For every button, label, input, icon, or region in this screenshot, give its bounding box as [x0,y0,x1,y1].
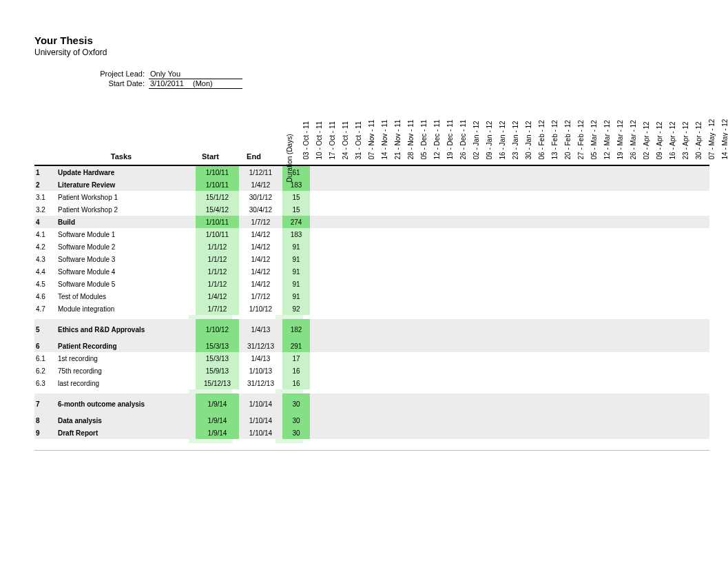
task-duration: 15 [282,203,310,216]
task-timeline [310,365,709,377]
task-duration: 30 [282,414,310,427]
task-end: 1/4/12 [239,178,282,191]
task-start: 1/1/12 [196,265,239,278]
task-end: 1/4/12 [239,265,282,278]
task-name: Software Module 3 [55,256,196,263]
task-timeline [310,166,709,178]
task-id: 9 [34,429,55,437]
task-timeline [310,216,709,228]
column-headers: Tasks Start End Duration (Days) 03 - Oct… [34,94,709,166]
task-end: 1/12/11 [239,166,282,178]
task-start: 15/3/13 [196,352,239,365]
task-id: 5 [34,326,55,334]
task-duration: 92 [282,303,310,315]
task-duration: 91 [282,265,310,278]
task-end: 30/1/12 [239,191,282,203]
task-duration: 30 [282,427,310,439]
task-duration: 91 [282,253,310,265]
task-rows: 1Update Hardware1/10/111/12/11612Literat… [34,166,709,443]
task-id: 4.4 [34,268,55,276]
task-duration: 91 [282,278,310,290]
task-name: last recording [55,380,196,387]
task-id: 3.1 [34,194,55,201]
task-row: 6.275th recording15/9/131/10/1316 [34,365,709,377]
task-timeline [310,191,709,203]
task-end: 1/10/12 [239,303,282,315]
task-end: 31/12/13 [239,377,282,389]
task-start: 15/9/13 [196,365,239,377]
task-name: Test of Modules [55,293,196,300]
task-duration: 17 [282,352,310,365]
task-id: 4.2 [34,243,55,251]
task-name: Software Module 5 [55,280,196,288]
task-id: 2 [34,181,55,189]
task-name: Module integration [55,305,196,313]
start-date-value[interactable]: 3/10/2011 (Mon) [149,79,242,89]
task-timeline [310,240,709,253]
task-duration: 274 [282,216,310,228]
header-start: Start [189,152,232,165]
document-subtitle: University of Oxford [34,48,728,57]
task-id: 6.2 [34,367,55,375]
task-name: Literature Review [55,181,196,189]
task-end: 31/12/13 [239,340,282,352]
task-id: 3.2 [34,206,55,214]
task-duration: 16 [282,377,310,389]
task-timeline [310,228,709,240]
task-start: 15/3/13 [196,340,239,352]
task-id: 6.3 [34,380,55,387]
task-end: 1/4/12 [239,253,282,265]
header-tasks: Tasks [54,152,189,165]
task-end: 1/7/12 [239,290,282,303]
start-date-text: 3/10/2011 [150,79,184,88]
task-row: 76-month outcome analysis1/9/141/10/1430 [34,393,709,414]
document-title: Your Thesis [34,34,728,46]
task-id: 1 [34,169,55,176]
task-row: 4.6Test of Modules1/4/121/7/1291 [34,290,709,303]
task-row: 4.3Software Module 31/1/121/4/1291 [34,253,709,265]
project-lead-row: Project Lead: Only You [34,70,728,79]
task-name: Data analysis [55,417,196,424]
task-name: Patient Workshop 2 [55,206,196,214]
task-start: 1/9/14 [196,414,239,427]
task-start: 1/1/12 [196,253,239,265]
task-name: Build [55,218,196,226]
task-row: 4.2Software Module 21/1/121/4/1291 [34,240,709,253]
task-id: 6.1 [34,355,55,362]
task-name: 75th recording [55,367,196,375]
task-id: 4.1 [34,231,55,238]
task-end: 1/4/13 [239,352,282,365]
task-row: 4.1Software Module 11/10/111/4/12183 [34,228,709,240]
task-row: 9Draft Report1/9/141/10/1430 [34,427,709,439]
task-id: 4.7 [34,305,55,313]
task-timeline [310,290,709,303]
task-row: 3.1Patient Workshop 115/1/1230/1/1215 [34,191,709,203]
task-end: 1/4/13 [239,319,282,340]
task-name: Update Hardware [55,169,196,176]
task-timeline [310,414,709,427]
project-lead-value[interactable]: Only You [149,70,242,79]
task-start: 1/10/12 [196,319,239,340]
task-row: 4.5Software Module 51/1/121/4/1291 [34,278,709,290]
task-row: 6Patient Recording15/3/1331/12/13291 [34,340,709,352]
task-timeline [310,340,709,352]
task-name: Patient Workshop 1 [55,194,196,201]
task-id: 4.5 [34,280,55,288]
task-end: 1/7/12 [239,216,282,228]
task-duration: 30 [282,393,310,414]
task-timeline [310,265,709,278]
start-date-day: (Mon) [193,79,213,88]
task-duration: 291 [282,340,310,352]
task-end: 1/10/14 [239,427,282,439]
task-start: 1/10/11 [196,178,239,191]
gantt-sheet: Tasks Start End Duration (Days) 03 - Oct… [34,94,709,451]
task-start: 15/1/12 [196,191,239,203]
task-timeline [310,178,709,191]
task-name: Software Module 1 [55,231,196,238]
task-start: 1/7/12 [196,303,239,315]
task-row: 6.3last recording15/12/1331/12/1316 [34,377,709,389]
task-timeline [310,377,709,389]
task-timeline [310,253,709,265]
task-row: 6.11st recording15/3/131/4/1317 [34,352,709,365]
task-start: 1/1/12 [196,240,239,253]
